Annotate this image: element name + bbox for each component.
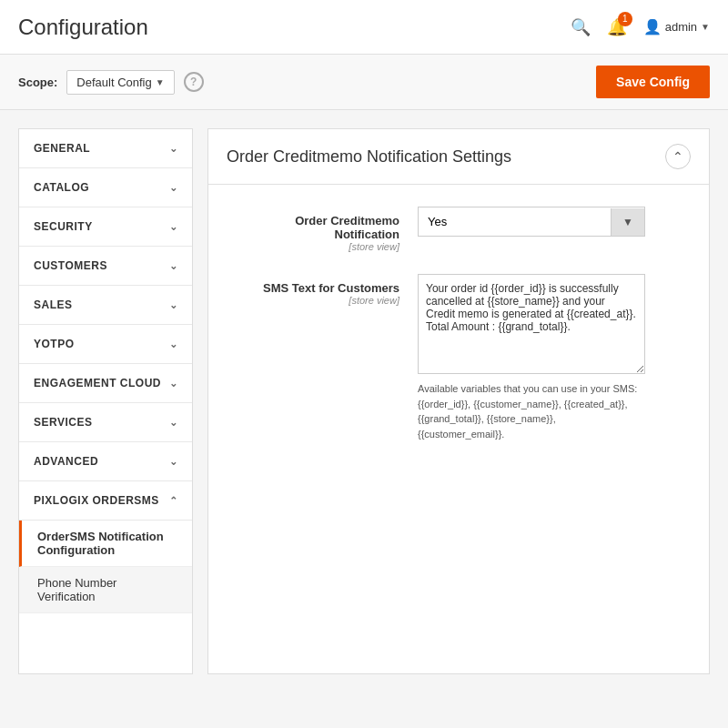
sidebar-sub-item-ordersms-config[interactable]: OrderSMS Notification Configuration	[19, 521, 192, 567]
sidebar-item-services[interactable]: SERVICES ⌄	[19, 403, 192, 442]
collapse-icon: ⌃	[672, 149, 683, 164]
sidebar-item-customers[interactable]: CUSTOMERS ⌄	[19, 247, 192, 286]
admin-label: admin	[665, 20, 697, 34]
chevron-up-icon: ⌃	[169, 495, 178, 507]
sidebar-sub-item-phone-verification[interactable]: Phone Number Verification	[19, 567, 192, 613]
select-arrow-icon: ▼	[611, 208, 644, 236]
sidebar-item-sales[interactable]: SALES ⌄	[19, 286, 192, 325]
page-title: Configuration	[18, 15, 148, 40]
notification-store-view: [store view]	[236, 241, 399, 252]
form-row-sms: SMS Text for Customers [store view] Your…	[236, 274, 682, 441]
content-area: Order Creditmemo Notification Settings ⌃…	[207, 128, 710, 674]
sidebar-item-yotpo[interactable]: YOTPO ⌄	[19, 325, 192, 364]
scope-label: Scope:	[18, 76, 57, 89]
sidebar-item-general[interactable]: GENERAL ⌄	[19, 129, 192, 168]
notification-bell[interactable]: 🔔 1	[607, 17, 627, 37]
admin-menu[interactable]: 👤 admin ▼	[643, 18, 710, 35]
chevron-down-icon: ⌄	[169, 221, 178, 233]
sidebar-item-engagement-cloud[interactable]: ENGAGEMENT CLOUD ⌄	[19, 364, 192, 403]
admin-icon: 👤	[643, 18, 662, 35]
notification-label: Order Creditmemo Notification [store vie…	[236, 207, 418, 252]
scope-bar: Scope: Default Config ▼ ? Save Config	[0, 55, 728, 110]
sidebar-item-pixlogix-ordersms[interactable]: PIXLOGIX ORDERSMS ⌃	[19, 481, 192, 521]
scope-chevron-icon: ▼	[156, 77, 165, 87]
scope-value: Default Config	[76, 76, 151, 89]
content-title: Order Creditmemo Notification Settings	[227, 147, 511, 167]
sidebar: GENERAL ⌄ CATALOG ⌄ SECURITY ⌄ CUSTOMERS…	[18, 128, 193, 674]
header-actions: 🔍 🔔 1 👤 admin ▼	[571, 17, 710, 37]
save-config-button[interactable]: Save Config	[596, 66, 710, 98]
chevron-down-icon: ⌄	[169, 182, 178, 194]
search-icon[interactable]: 🔍	[571, 17, 591, 37]
scope-left: Scope: Default Config ▼ ?	[18, 70, 204, 95]
header: Configuration 🔍 🔔 1 👤 admin ▼	[0, 0, 728, 55]
sms-control: Your order id {{order_id}} is successful…	[418, 274, 682, 441]
chevron-down-icon: ⌄	[169, 143, 178, 155]
collapse-button[interactable]: ⌃	[665, 144, 691, 169]
chevron-down-icon: ⌄	[169, 417, 178, 429]
notification-select[interactable]: Yes No	[419, 207, 611, 236]
sidebar-item-catalog[interactable]: CATALOG ⌄	[19, 168, 192, 207]
chevron-down-icon: ⌄	[169, 299, 178, 311]
form-row-notification: Order Creditmemo Notification [store vie…	[236, 207, 682, 252]
content-header: Order Creditmemo Notification Settings ⌃	[208, 129, 709, 185]
help-icon[interactable]: ?	[184, 72, 204, 92]
scope-select[interactable]: Default Config ▼	[66, 70, 174, 95]
notification-control: Yes No ▼	[418, 207, 682, 237]
sms-label: SMS Text for Customers [store view]	[236, 274, 418, 306]
form-section: Order Creditmemo Notification [store vie…	[208, 185, 709, 478]
sms-textarea[interactable]: Your order id {{order_id}} is successful…	[418, 274, 645, 374]
notification-badge: 1	[618, 12, 632, 26]
available-vars: Available variables that you can use in …	[418, 381, 645, 441]
admin-chevron-icon: ▼	[701, 22, 710, 32]
chevron-down-icon: ⌄	[169, 378, 178, 389]
sidebar-item-advanced[interactable]: ADVANCED ⌄	[19, 442, 192, 481]
sms-store-view: [store view]	[236, 295, 399, 306]
sidebar-item-security[interactable]: SECURITY ⌄	[19, 207, 192, 247]
chevron-down-icon: ⌄	[169, 456, 178, 468]
main-container: GENERAL ⌄ CATALOG ⌄ SECURITY ⌄ CUSTOMERS…	[0, 110, 728, 693]
select-wrapper: Yes No ▼	[418, 207, 645, 237]
chevron-down-icon: ⌄	[169, 339, 178, 350]
chevron-down-icon: ⌄	[169, 260, 178, 272]
